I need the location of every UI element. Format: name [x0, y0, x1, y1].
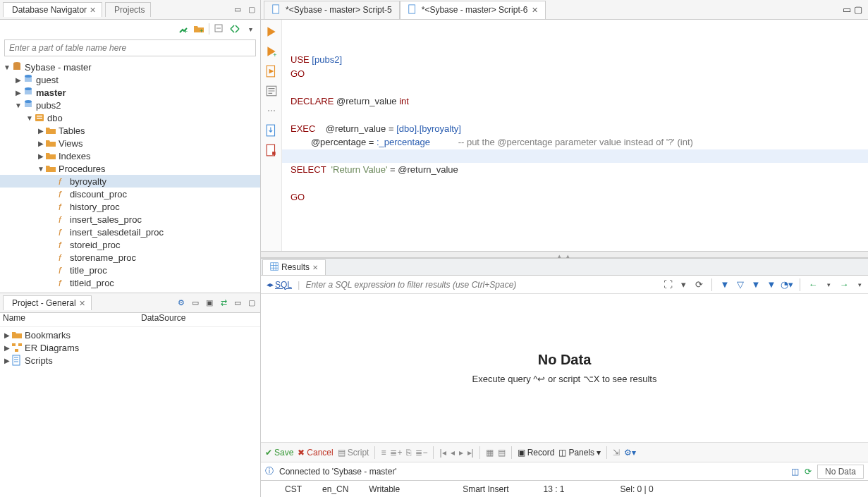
nav-forward-menu-icon[interactable]: ▾ [854, 279, 865, 290]
tree-proc[interactable]: finsert_salesdetail_proc [0, 226, 260, 238]
edit-cell-icon[interactable]: ≡ [381, 448, 386, 458]
refresh-icon[interactable]: ⟳ [693, 279, 704, 290]
tree-root-connection[interactable]: ▼ Sybase - master [0, 61, 260, 73]
tree-proc[interactable]: fstoreid_proc [0, 238, 260, 251]
add-row-icon[interactable]: ≣+ [390, 448, 402, 458]
filter-settings-icon[interactable]: ▼ [766, 279, 777, 290]
svg-text:f: f [59, 252, 62, 263]
expand-icon[interactable]: ▣ [204, 297, 215, 309]
explain-plan-icon[interactable] [265, 85, 278, 97]
save-script-icon[interactable] [265, 144, 278, 157]
transaction-icon[interactable]: ◫ [791, 467, 799, 477]
collapse-all-icon[interactable] [214, 23, 225, 35]
config-icon[interactable]: ⚙▾ [624, 448, 636, 458]
results-filter-input[interactable] [302, 278, 659, 292]
svg-rect-5 [13, 63, 20, 70]
tree-filter-input[interactable] [4, 39, 256, 56]
filter-remove-icon[interactable]: ▽ [735, 279, 746, 290]
tree-proc[interactable]: fhistory_proc [0, 200, 260, 213]
nav-back-icon[interactable]: ← [807, 279, 819, 290]
tree-db-guest[interactable]: ▶ guest [0, 73, 260, 86]
close-icon[interactable]: ✕ [79, 299, 85, 308]
project-item-erdiagrams[interactable]: ▶ER Diagrams [0, 341, 260, 354]
calc-icon[interactable]: ▤ [498, 448, 506, 458]
tree-proc[interactable]: ftitleid_proc [0, 276, 260, 289]
db-navigator-tree[interactable]: ▼ Sybase - master ▶ guest ▶ master ▼ pub… [0, 59, 260, 293]
sql-comment: -- put the @percentage parameter value i… [458, 137, 693, 147]
new-folder-icon[interactable]: + [193, 23, 204, 35]
view-menu-icon[interactable]: ▾ [245, 23, 256, 35]
filter-custom-icon[interactable]: ▼ [750, 279, 762, 290]
panels-button[interactable]: ◫ Panels ▾ [558, 448, 601, 458]
prev-row-icon[interactable]: ◂ [451, 448, 455, 458]
execute-new-tab-icon[interactable]: + [265, 45, 278, 58]
tree-db-pubs2[interactable]: ▼ pubs2 [0, 99, 260, 111]
minimize-icon[interactable]: ▭ [232, 4, 243, 16]
script-button[interactable]: ▤Script [338, 448, 369, 458]
tree-folder-tables[interactable]: ▶ Tables [0, 124, 260, 137]
sql-editor[interactable]: USE [pubs2] GO DECLARE @return_value int… [282, 20, 868, 251]
tree-label: Indexes [59, 151, 91, 161]
gear-icon[interactable]: ⚙ [176, 297, 187, 309]
collapse-all-icon[interactable]: ▭ [190, 297, 201, 309]
results-tab[interactable]: Results ✕ [262, 259, 326, 275]
history-dropdown-icon[interactable]: ▾ [678, 279, 689, 290]
nav-back-menu-icon[interactable]: ▾ [823, 279, 834, 290]
db-navigator-tab[interactable]: Database Navigator ✕ [3, 2, 102, 17]
tree-folder-indexes[interactable]: ▶ Indexes [0, 149, 260, 162]
svg-rect-11 [25, 102, 32, 107]
results-bottom-toolbar: ✔Save ✖Cancel ▤Script ≡ ≣+ ⎘ ≣− |◂ ◂ ▸ ▸… [261, 442, 868, 462]
new-connection-icon[interactable]: + [178, 23, 189, 35]
sql-file-icon [271, 4, 281, 16]
execute-statement-icon[interactable] [265, 25, 278, 38]
execute-script-icon[interactable] [265, 65, 278, 78]
tree-folder-views[interactable]: ▶ Views [0, 137, 260, 149]
tree-db-master[interactable]: ▶ master [0, 86, 260, 99]
nav-forward-icon[interactable]: → [838, 279, 850, 290]
project-tab[interactable]: Project - General ✕ [3, 295, 92, 310]
editor-tab-script6[interactable]: *<Sybase - master> Script-6 ✕ [400, 1, 546, 19]
duplicate-row-icon[interactable]: ⎘ [406, 448, 411, 458]
tree-proc[interactable]: finsert_sales_proc [0, 213, 260, 226]
project-item-bookmarks[interactable]: ▶Bookmarks [0, 329, 260, 341]
maximize-icon[interactable]: ▢ [246, 297, 257, 309]
close-icon[interactable]: ✕ [312, 264, 318, 271]
tree-folder-procedures[interactable]: ▼ Procedures [0, 162, 260, 175]
maximize-icon[interactable]: ▢ [854, 4, 865, 15]
tree-schema-dbo[interactable]: ▼ dbo [0, 111, 260, 124]
minimize-icon[interactable]: ▭ [232, 297, 243, 309]
filter-icon[interactable]: ▼ [719, 279, 731, 290]
last-row-icon[interactable]: ▸| [467, 448, 474, 458]
more-icon[interactable]: ⋯ [265, 104, 278, 117]
maximize-icon[interactable]: ▢ [246, 4, 257, 16]
first-row-icon[interactable]: |◂ [439, 448, 446, 458]
export-icon[interactable]: ⇲ [613, 448, 620, 458]
project-item-scripts[interactable]: ▶Scripts [0, 354, 260, 367]
delete-row-icon[interactable]: ≣− [415, 448, 427, 458]
results-splitter[interactable]: ▴ ▴ [261, 251, 868, 258]
sql-filter-label[interactable]: ◂▸SQL [264, 280, 295, 290]
link-editor-icon[interactable] [229, 23, 240, 35]
tree-proc[interactable]: fdiscount_proc [0, 188, 260, 200]
editor-tab-script5[interactable]: *<Sybase - master> Script-5 [264, 1, 400, 19]
save-button[interactable]: ✔Save [265, 448, 293, 458]
project-tree[interactable]: ▶Bookmarks ▶ER Diagrams ▶Scripts [0, 327, 260, 497]
projects-tab[interactable]: Projects [105, 2, 151, 17]
cancel-button[interactable]: ✖Cancel [298, 448, 333, 458]
refresh-status-icon[interactable]: ⟳ [805, 467, 812, 477]
close-icon[interactable]: ✕ [90, 6, 96, 15]
toggle-mode-icon[interactable]: ▦ [486, 448, 494, 458]
record-button[interactable]: ▣ Record [518, 448, 555, 458]
expand-icon[interactable]: ⛶ [662, 279, 673, 290]
next-row-icon[interactable]: ▸ [459, 448, 463, 458]
load-script-icon[interactable] [265, 124, 278, 137]
color-settings-icon[interactable]: ◔▾ [781, 279, 793, 290]
tree-proc-byroyalty[interactable]: f byroyalty [0, 175, 260, 188]
link-icon[interactable]: ⇄ [218, 297, 229, 309]
col-datasource: DataSource [141, 313, 260, 326]
tree-proc[interactable]: ftitle_proc [0, 264, 260, 276]
close-icon[interactable]: ✕ [532, 6, 538, 15]
minimize-icon[interactable]: ▭ [843, 4, 854, 15]
tree-proc[interactable]: fstorename_proc [0, 251, 260, 264]
project-panel-header: Project - General ✕ ⚙ ▭ ▣ ⇄ ▭ ▢ [0, 293, 260, 313]
